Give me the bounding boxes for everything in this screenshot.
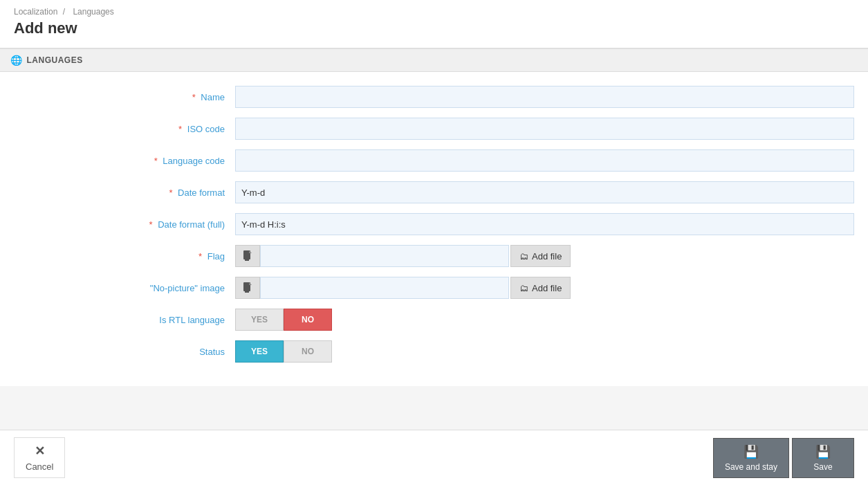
breadcrumb: Localization / Languages <box>14 7 854 17</box>
status-yes-btn[interactable]: YES <box>235 340 284 363</box>
breadcrumb-current: Languages <box>73 7 113 17</box>
svg-marker-2 <box>249 250 252 253</box>
no-picture-row: "No-picture" image 🗂 Add file <box>0 277 868 299</box>
language-code-row: * Language code <box>0 149 868 172</box>
flag-file-input[interactable] <box>260 245 509 267</box>
name-label: * Name <box>14 92 235 102</box>
top-bar: Localization / Languages Add new <box>0 0 868 48</box>
breadcrumb-parent[interactable]: Localization <box>14 7 57 17</box>
date-format-full-row: * Date format (full) <box>0 213 868 235</box>
status-label: Status <box>14 347 235 357</box>
language-code-label: * Language code <box>14 156 235 166</box>
form-area: * Name * ISO code * Language code * Date… <box>0 72 868 386</box>
iso-required-star: * <box>178 124 182 134</box>
date-format-full-label: * Date format (full) <box>14 219 235 230</box>
iso-code-label: * ISO code <box>14 124 235 134</box>
date-full-required-star: * <box>149 219 153 230</box>
date-format-row: * Date format <box>0 181 868 203</box>
folder-icon: 🗂 <box>519 251 528 262</box>
flag-file-group: 🗂 Add file <box>235 245 571 267</box>
date-format-label: * Date format <box>14 187 235 198</box>
flag-label: * Flag <box>14 251 235 262</box>
status-row: Status YES NO <box>0 340 868 363</box>
is-rtl-row: Is RTL language YES NO <box>0 309 868 331</box>
svg-marker-5 <box>249 282 252 285</box>
save-button[interactable]: 💾 Save <box>792 438 854 442</box>
svg-rect-1 <box>245 259 249 261</box>
file-icon-2 <box>242 282 253 294</box>
no-picture-file-input[interactable] <box>260 277 509 299</box>
flag-row: * Flag 🗂 Add file <box>0 245 868 267</box>
flag-add-file-btn[interactable]: 🗂 Add file <box>510 245 571 267</box>
page-title: Add new <box>14 19 854 37</box>
iso-code-row: * ISO code <box>0 118 868 140</box>
globe-icon: 🌐 <box>10 55 23 66</box>
file-icon <box>242 250 253 262</box>
no-picture-file-icon-btn[interactable] <box>235 277 260 299</box>
flag-file-icon-btn[interactable] <box>235 245 260 267</box>
is-rtl-yes-btn[interactable]: YES <box>235 309 284 331</box>
save-and-stay-button[interactable]: 💾 Save and stay <box>713 438 789 442</box>
flag-required-star: * <box>198 251 202 262</box>
right-buttons: 💾 Save and stay 💾 Save <box>713 438 854 442</box>
footer-bar: ✕ Cancel 💾 Save and stay 💾 Save <box>0 430 868 441</box>
section-label: LANGUAGES <box>27 55 83 65</box>
breadcrumb-separator: / <box>63 7 65 17</box>
name-row: * Name <box>0 86 868 108</box>
folder-icon-2: 🗂 <box>519 283 528 293</box>
status-toggle-group: YES NO <box>235 340 332 363</box>
is-rtl-no-btn[interactable]: NO <box>284 309 332 331</box>
iso-code-input[interactable] <box>235 118 854 140</box>
is-rtl-label: Is RTL language <box>14 315 235 325</box>
date-format-input[interactable] <box>235 181 854 203</box>
no-picture-label: "No-picture" image <box>14 283 235 293</box>
no-picture-file-group: 🗂 Add file <box>235 277 571 299</box>
cancel-button[interactable]: ✕ Cancel <box>14 437 65 441</box>
section-header: 🌐 LANGUAGES <box>0 48 868 72</box>
svg-rect-4 <box>245 291 249 293</box>
name-required-star: * <box>192 92 196 102</box>
date-required-star: * <box>169 187 172 198</box>
no-picture-add-file-btn[interactable]: 🗂 Add file <box>510 277 571 299</box>
language-code-input[interactable] <box>235 149 854 172</box>
lang-required-star: * <box>154 156 158 166</box>
name-input[interactable] <box>235 86 854 108</box>
status-no-btn[interactable]: NO <box>284 340 332 363</box>
is-rtl-toggle-group: YES NO <box>235 309 332 331</box>
date-format-full-input[interactable] <box>235 213 854 235</box>
